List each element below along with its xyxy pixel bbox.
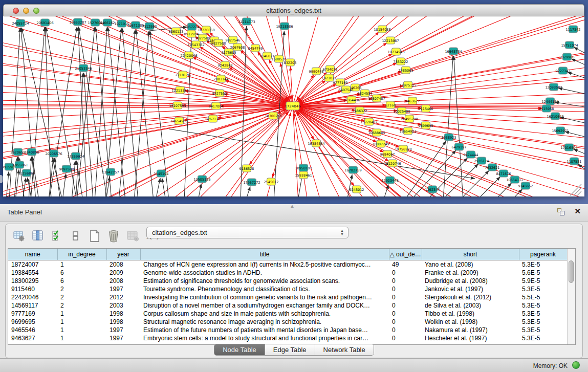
- graph-node[interactable]: 9245012: [350, 186, 364, 193]
- graph-node[interactable]: 7632621: [485, 164, 500, 171]
- table-row[interactable]: 946554611997Estimation of the future num…: [8, 326, 567, 334]
- graph-node[interactable]: 13942757: [102, 168, 119, 176]
- graph-node[interactable]: 10654112: [506, 176, 523, 183]
- graph-node[interactable]: 15938461: [295, 171, 312, 179]
- graph-node[interactable]: 12444154: [541, 98, 558, 105]
- memory-status-indicator[interactable]: [572, 361, 580, 369]
- table-row[interactable]: 946362711997Embryonic stem cells: a mode…: [8, 334, 567, 342]
- graph-node[interactable]: 16782759: [344, 166, 361, 173]
- graph-node[interactable]: 62160: [385, 101, 396, 108]
- citation-network-canvas[interactable]: 2405572420691406106532871527602946616210…: [3, 16, 584, 196]
- column-header-3[interactable]: title: [140, 249, 389, 260]
- svg-text:8454749: 8454749: [248, 47, 263, 51]
- graph-node[interactable]: 10958107: [295, 164, 312, 171]
- svg-text:15751074: 15751074: [561, 43, 578, 48]
- graph-node[interactable]: 9245652: [518, 182, 533, 189]
- tab-network-table[interactable]: Network Table: [315, 344, 374, 355]
- new-document-icon[interactable]: [89, 230, 101, 242]
- graph-node[interactable]: 7512983: [142, 23, 157, 30]
- table-cell: 1997: [106, 285, 140, 293]
- column-header-6[interactable]: pagerank: [519, 249, 567, 260]
- graph-node[interactable]: 26495788: [401, 115, 418, 122]
- svg-text:9175685: 9175685: [222, 51, 236, 55]
- graph-node[interactable]: 9466162: [100, 19, 115, 26]
- graph-node[interactable]: 7486322: [353, 107, 367, 114]
- application-root: citations_edges.txt 24055724206914061065…: [0, 0, 588, 372]
- graph-node[interactable]: 2718120: [176, 71, 190, 78]
- graph-node[interactable]: 19218586: [276, 23, 293, 30]
- column-header-1[interactable]: in_degree: [57, 249, 106, 260]
- table-cell: 1: [57, 318, 106, 326]
- close-panel-icon[interactable]: ✕: [574, 207, 581, 216]
- column-header-0[interactable]: name: [8, 249, 57, 260]
- graph-node[interactable]: 9699695: [419, 122, 433, 129]
- table-settings-icon[interactable]: [13, 230, 25, 242]
- show-columns-icon[interactable]: [32, 230, 44, 242]
- table-cell: Investigating the contribution of common…: [140, 293, 389, 301]
- table-cell: Yano et al. (2008): [422, 260, 519, 269]
- graph-node[interactable]: 9827546: [226, 36, 241, 43]
- table-row[interactable]: 977716911998Corpus callosum shape and si…: [8, 310, 567, 318]
- table-cell: 9777169: [8, 310, 57, 318]
- table-scrollbar[interactable]: [567, 249, 575, 344]
- graph-node[interactable]: 24055724: [12, 19, 29, 27]
- table-row[interactable]: 1456911722003Disruption of a novel membe…: [8, 301, 567, 310]
- column-header-4[interactable]: △ out_de…: [389, 249, 422, 260]
- column-header-2[interactable]: year: [106, 249, 140, 260]
- table-row[interactable]: 1830029562008Estimation of significance …: [8, 277, 567, 285]
- network-window-titlebar[interactable]: citations_edges.txt: [3, 4, 584, 16]
- graph-node[interactable]: 9474444: [464, 151, 478, 158]
- svg-text:16120746: 16120746: [384, 162, 401, 166]
- import-table-icon[interactable]: [126, 230, 139, 242]
- svg-text:18807249: 18807249: [372, 142, 389, 146]
- graph-node[interactable]: 1117342: [566, 26, 581, 33]
- table-row[interactable]: 1938455462009Genome-wide association stu…: [8, 269, 567, 277]
- graph-node[interactable]: 18107554: [169, 102, 186, 109]
- graph-node[interactable]: 20691406: [36, 19, 53, 26]
- table-row[interactable]: 2242004622012Investigating the contribut…: [8, 293, 567, 301]
- graph-node[interactable]: 12093582: [545, 83, 562, 91]
- svg-text:9245652: 9245652: [518, 184, 533, 188]
- trash-icon[interactable]: [107, 230, 120, 242]
- network-canvas-holder[interactable]: 2405572420691406106532871527602946616210…: [3, 16, 584, 196]
- graph-node[interactable]: 17975125: [399, 81, 416, 89]
- checklist-icon[interactable]: [51, 230, 63, 242]
- graph-node[interactable]: 17957272: [243, 179, 260, 186]
- table-selector-dropdown[interactable]: citations_edges.txt ▲▼: [146, 227, 349, 238]
- svg-text:8860123: 8860123: [169, 30, 184, 34]
- graph-node[interactable]: 13505135: [193, 176, 210, 183]
- panel-collapse-notch[interactable]: [0, 175, 3, 183]
- graph-node[interactable]: 6479197: [452, 143, 467, 150]
- column-header-5[interactable]: short: [422, 249, 519, 260]
- table-row[interactable]: 1872400712008Changes of HCN gene express…: [8, 260, 567, 269]
- graph-node[interactable]: 6734028: [323, 65, 338, 73]
- graph-node[interactable]: 1107531: [567, 158, 582, 165]
- graph-hub-node[interactable]: 1724046: [285, 102, 301, 110]
- graph-node[interactable]: 7957224: [185, 23, 200, 30]
- graph-node[interactable]: 11214173: [238, 18, 255, 25]
- graph-node[interactable]: 8427552: [212, 90, 227, 97]
- svg-text:12093582: 12093582: [545, 85, 562, 90]
- tab-node-table[interactable]: Node Table: [214, 344, 265, 355]
- graph-node[interactable]: 9227343: [556, 67, 571, 74]
- tab-edge-table[interactable]: Edge Table: [265, 344, 315, 355]
- graph-node[interactable]: 9417004: [209, 102, 224, 110]
- table-cell: 1997: [106, 326, 140, 334]
- svg-text:8215958: 8215958: [539, 107, 554, 111]
- float-panel-icon[interactable]: [557, 208, 565, 216]
- graph-node[interactable]: 2545012: [264, 178, 279, 185]
- svg-text:8938923: 8938923: [442, 136, 456, 140]
- pane-resize-handle-icon[interactable]: ▲: [290, 203, 295, 209]
- table-row[interactable]: 969969511998Structural magnetic resonanc…: [8, 318, 567, 326]
- graph-node[interactable]: 9463627: [405, 97, 420, 104]
- graph-node[interactable]: 15720407: [360, 118, 377, 125]
- graph-node[interactable]: 832203: [284, 59, 297, 66]
- graph-node[interactable]: 16648784: [445, 48, 462, 55]
- graph-node[interactable]: 12213987: [382, 37, 399, 44]
- rows-icon[interactable]: [70, 230, 82, 242]
- graph-node[interactable]: 20206576: [45, 150, 62, 157]
- graph-node[interactable]: 9990448: [309, 68, 324, 75]
- graph-node[interactable]: 15692971: [552, 127, 569, 134]
- table-scrollbar-thumb[interactable]: [569, 260, 574, 283]
- table-row[interactable]: 911546021997Tourette syndrome. Phenomeno…: [8, 285, 567, 293]
